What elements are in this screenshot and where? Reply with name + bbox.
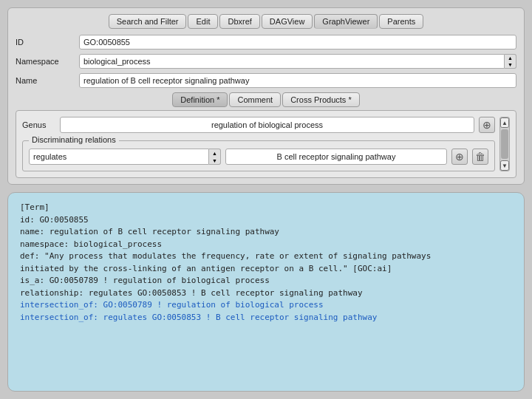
main-container: Search and Filter Edit Dbxref DAGView Gr… xyxy=(0,0,532,399)
sub-tab-comment[interactable]: Comment xyxy=(229,92,281,107)
obo-line: relationship: regulates GO:0050853 ! B c… xyxy=(20,287,512,300)
namespace-spinner-down[interactable]: ▼ xyxy=(505,61,516,68)
obo-line: intersection_of: GO:0050789 ! regulation… xyxy=(20,299,512,312)
tab-dagview[interactable]: DAGView xyxy=(262,14,313,29)
genus-input[interactable] xyxy=(60,117,474,133)
obo-line: id: GO:0050855 xyxy=(20,214,512,227)
discriminating-inner: ▲ ▼ ⊕ 🗑 xyxy=(29,149,488,165)
tab-graphviewer[interactable]: GraphViewer xyxy=(314,14,378,29)
genus-expand-button[interactable]: ⊕ xyxy=(479,117,495,133)
scroll-thumb[interactable] xyxy=(501,129,508,159)
relation-spinner-up[interactable]: ▲ xyxy=(209,149,220,157)
obo-line: namespace: biological_process xyxy=(20,239,512,251)
id-row: ID xyxy=(16,35,516,50)
namespace-spinner[interactable]: ▲ ▼ xyxy=(505,54,516,69)
discriminating-legend: Discriminating relations xyxy=(29,135,119,144)
tab-dbxref[interactable]: Dbxref xyxy=(219,14,259,29)
name-input[interactable] xyxy=(79,73,516,88)
content-area: Genus ⊕ Discriminating relations ▲ ▼ xyxy=(16,110,516,178)
obo-text-block: [Term]id: GO:0050855name: regulation of … xyxy=(20,202,512,324)
scroll-down-button[interactable]: ▼ xyxy=(500,160,509,171)
tab-bar: Search and Filter Edit Dbxref DAGView Gr… xyxy=(16,14,516,29)
obo-line: [Term] xyxy=(20,202,512,214)
namespace-row: Namespace ▲ ▼ xyxy=(16,54,516,69)
name-row: Name xyxy=(16,73,516,88)
sub-tab-bar: Definition * Comment Cross Products * xyxy=(16,92,516,107)
relation-spinner[interactable]: ▲ ▼ xyxy=(209,149,221,165)
relation-input-group: ▲ ▼ xyxy=(29,149,221,165)
scroll-up-button[interactable]: ▲ xyxy=(500,117,509,128)
namespace-label: Namespace xyxy=(16,57,75,66)
target-expand-button[interactable]: ⊕ xyxy=(451,149,468,165)
namespace-spinner-up[interactable]: ▲ xyxy=(505,55,516,61)
sub-tab-cross-products[interactable]: Cross Products * xyxy=(282,92,360,107)
obo-line: initiated by the cross-linking of an ant… xyxy=(20,263,512,276)
tab-parents[interactable]: Parents xyxy=(379,14,423,29)
scrollbar[interactable]: ▲ ▼ xyxy=(499,117,510,171)
delete-relation-button[interactable]: 🗑 xyxy=(472,149,488,165)
discriminating-group: Discriminating relations ▲ ▼ ⊕ 🗑 xyxy=(22,140,495,171)
top-panel: Search and Filter Edit Dbxref DAGView Gr… xyxy=(7,7,525,185)
id-input[interactable] xyxy=(79,35,516,50)
namespace-field-group: ▲ ▼ xyxy=(79,54,516,69)
obo-line: name: regulation of B cell receptor sign… xyxy=(20,226,512,239)
obo-line: intersection_of: regulates GO:0050853 ! … xyxy=(20,312,512,324)
genus-row: Genus ⊕ xyxy=(22,117,495,133)
name-label: Name xyxy=(16,76,75,85)
obo-panel: [Term]id: GO:0050855name: regulation of … xyxy=(7,192,525,392)
relation-spinner-down[interactable]: ▼ xyxy=(209,157,220,164)
obo-line: is_a: GO:0050789 ! regulation of biologi… xyxy=(20,275,512,287)
relation-input[interactable] xyxy=(29,149,209,165)
content-inner: Genus ⊕ Discriminating relations ▲ ▼ xyxy=(22,117,495,171)
obo-line: def: "Any process that modulates the fre… xyxy=(20,250,512,263)
id-label: ID xyxy=(16,38,75,47)
sub-tab-definition[interactable]: Definition * xyxy=(172,92,228,107)
tab-edit[interactable]: Edit xyxy=(188,14,218,29)
namespace-input[interactable] xyxy=(79,54,505,69)
target-input[interactable] xyxy=(225,149,447,165)
genus-label: Genus xyxy=(22,120,55,129)
tab-search-and-filter[interactable]: Search and Filter xyxy=(109,14,187,29)
